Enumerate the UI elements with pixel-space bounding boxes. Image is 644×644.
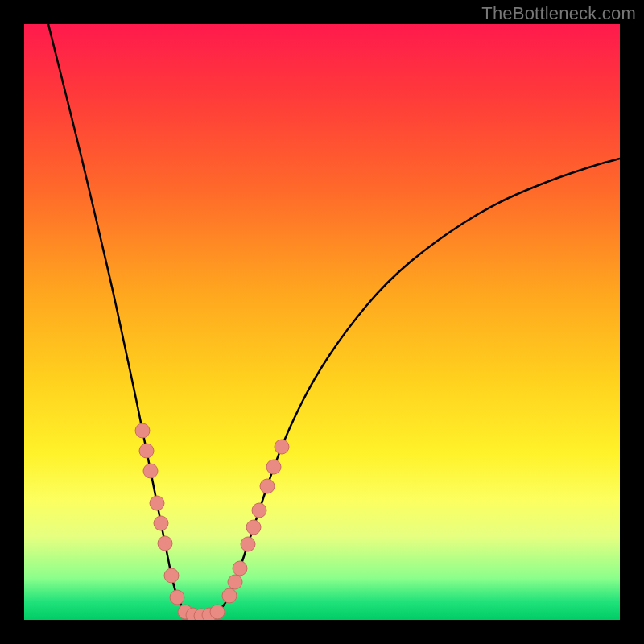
data-markers: [135, 423, 289, 620]
plot-area: [24, 24, 620, 620]
data-marker: [228, 575, 242, 589]
data-marker: [260, 479, 275, 493]
data-marker: [164, 568, 179, 583]
chart-frame: TheBottleneck.com: [0, 0, 644, 644]
data-marker: [246, 520, 261, 535]
data-marker: [158, 536, 172, 551]
data-marker: [150, 496, 164, 510]
data-marker: [135, 423, 150, 438]
bottleneck-curve: [48, 24, 620, 616]
data-marker: [170, 590, 184, 605]
data-marker: [266, 460, 281, 474]
data-marker: [252, 503, 266, 518]
data-marker: [275, 440, 289, 454]
data-marker: [241, 537, 255, 551]
data-marker: [139, 444, 154, 458]
watermark-text: TheBottleneck.com: [481, 3, 636, 24]
data-marker: [233, 561, 247, 576]
chart-svg: [24, 24, 620, 620]
data-marker: [210, 605, 225, 619]
data-marker: [154, 516, 168, 530]
data-marker: [222, 588, 237, 603]
data-marker: [143, 464, 158, 478]
